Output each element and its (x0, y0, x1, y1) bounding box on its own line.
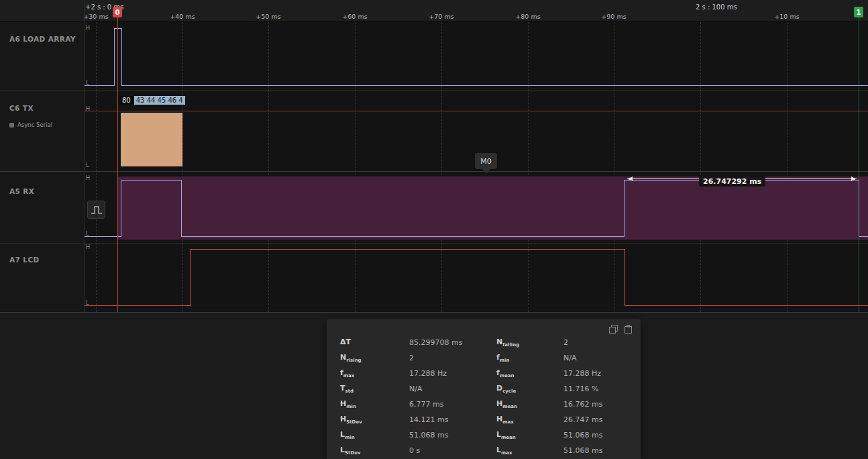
ruler-tick: +10 ms (774, 13, 799, 20)
timing-marker-1-badge[interactable]: 1 (854, 7, 863, 17)
ruler-tick: +30 ms (83, 13, 108, 20)
m0-pointer (482, 169, 490, 173)
pulse-icon (89, 203, 104, 217)
stat-value: 11.716 % (563, 385, 641, 393)
timing-marker-0-badge[interactable]: 0 (113, 7, 122, 17)
serial-bytes-tooltip: 80 43 44 45 46 4 (119, 95, 185, 106)
channel-divider (0, 244, 868, 244)
stat-value: 51.068 ms (563, 431, 641, 440)
stat-label: Nfalling (496, 338, 563, 348)
ruler-tick: +80 ms (515, 13, 540, 20)
level-high-label: H (86, 106, 90, 112)
ruler-tick: +40 ms (170, 13, 195, 20)
clipboard-icon[interactable] (624, 325, 633, 334)
ruler-abs-time-right: 2 s : 100 ms (696, 3, 737, 11)
stat-value: 0 s (409, 446, 496, 455)
stat-value: 14.121 ms (409, 415, 496, 424)
stat-value: 51.068 ms (409, 431, 496, 440)
ruler-tick: +60 ms (342, 13, 367, 20)
measurement-width-label[interactable]: 26.747292 ms (699, 176, 765, 187)
waveform-a6-load-array[interactable] (84, 22, 868, 91)
stat-label: fmax (340, 368, 409, 378)
copy-icon[interactable] (609, 325, 618, 334)
channel-label-a7-lcd[interactable]: A7 LCD (9, 256, 40, 264)
trigger-icon[interactable] (87, 201, 105, 219)
ruler-tick: +50 ms (256, 13, 280, 20)
timing-marker-0-line[interactable] (117, 17, 118, 312)
stat-label: Lmin (340, 430, 409, 440)
level-low-label: L (86, 231, 89, 237)
level-low-label: L (86, 80, 89, 86)
sidebar-divider (84, 0, 85, 312)
channel-label-a5-rx[interactable]: A5 RX (9, 187, 34, 195)
measurement-marker-m0[interactable]: M0 (475, 153, 497, 169)
stat-label: Hmax (496, 415, 563, 425)
channel-label-c6-tx[interactable]: C6 TX (9, 104, 34, 112)
analyzer-name: Async Serial (17, 121, 52, 128)
stat-grid: ΔT 85.299708 ms Nfalling 2 Nrising 2 fmi… (340, 335, 641, 458)
stat-value: N/A (563, 354, 641, 362)
channel-divider (0, 312, 868, 313)
serial-first-byte: 80 (119, 96, 133, 105)
timing-marker-1-line[interactable] (859, 17, 859, 312)
level-high-label: H (86, 244, 90, 250)
stat-label: Lmean (496, 430, 563, 440)
ruler-tick: +70 ms (429, 13, 453, 20)
stat-label: Hmin (340, 399, 409, 409)
stat-value: 2 (563, 338, 641, 347)
analyzer-row-async-serial[interactable]: Async Serial (9, 121, 52, 128)
serial-data-block (121, 113, 182, 166)
logic-analyzer-app: +2 s : 0 ms 2 s : 100 ms +30 ms +40 ms +… (0, 0, 868, 459)
stat-value: 51.068 ms (563, 446, 641, 455)
stat-label: Dcycle (496, 384, 563, 394)
level-low-label: L (86, 162, 89, 168)
stat-label: Nrising (340, 353, 409, 363)
stat-value: 17.288 Hz (563, 369, 641, 378)
serial-bytes-text: 43 44 45 46 4 (134, 96, 185, 105)
stat-label: LStDev (340, 446, 409, 456)
stat-value: 6.777 ms (409, 400, 496, 409)
stat-label: Lmax (496, 446, 563, 456)
stat-value: N/A (409, 385, 496, 393)
level-low-label: L (86, 300, 89, 306)
timeline-ruler[interactable]: +2 s : 0 ms 2 s : 100 ms +30 ms +40 ms +… (0, 0, 868, 22)
channel-sidebar (0, 22, 84, 312)
stat-value: 17.288 Hz (409, 369, 496, 378)
stat-label: Hmean (496, 399, 563, 409)
measurement-panel: ΔT 85.299708 ms Nfalling 2 Nrising 2 fmi… (327, 319, 641, 459)
analyzer-icon (9, 123, 14, 128)
stat-value: 85.299708 ms (409, 338, 496, 347)
stat-label: Tstd (340, 384, 409, 394)
ruler-tick: +90 ms (601, 13, 626, 20)
channel-divider (0, 171, 868, 172)
stat-value: 26.747 ms (563, 415, 641, 424)
level-high-label: H (86, 175, 90, 181)
level-high-label: H (86, 25, 90, 31)
stat-label: ΔT (340, 338, 409, 348)
stat-label: fmean (496, 368, 563, 378)
stat-label: HStDev (340, 415, 409, 425)
waveform-a7-lcd[interactable] (84, 244, 868, 312)
stat-value: 16.762 ms (563, 400, 641, 409)
stat-label: fmin (496, 353, 563, 363)
channel-label-a6-load-array[interactable]: A6 LOAD ARRAY (9, 35, 76, 43)
stat-value: 2 (409, 354, 496, 362)
channel-divider (0, 91, 868, 91)
